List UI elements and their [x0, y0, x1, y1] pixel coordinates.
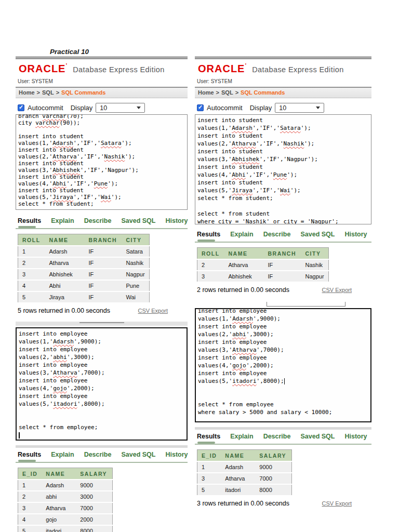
column-header: CITY: [301, 248, 329, 260]
page-title: Practical 10: [50, 48, 89, 56]
status-line: 2 rows returned in 0.00 seconds CSV Expo…: [197, 286, 371, 294]
tab-describe[interactable]: Describe: [263, 433, 291, 440]
chevron-down-icon: [137, 107, 141, 109]
tab-explain[interactable]: Explain: [230, 433, 253, 440]
trademark-icon: ’: [245, 63, 247, 69]
sql-editor[interactable]: branch varchar(70);city varchar(90));ins…: [16, 114, 188, 210]
misspelled-word: Satara: [280, 125, 301, 131]
code-line: insert into employee: [19, 345, 184, 353]
code-line: insert into student: [197, 163, 369, 171]
table-cell: 7000: [255, 473, 291, 484]
tab-saved-sql[interactable]: Saved SQL: [300, 433, 335, 440]
tab-explain[interactable]: Explain: [51, 217, 74, 224]
code-line: values(2,'abhi',3000);: [198, 330, 368, 338]
cropped-ui-fragment: [195, 427, 371, 430]
autocommit-checkbox[interactable]: [18, 104, 24, 111]
column-header: ROLL: [18, 234, 45, 246]
table-cell: IF: [85, 269, 122, 280]
column-header: NAME: [45, 234, 85, 246]
table-cell: Wai: [122, 291, 150, 303]
tab-history[interactable]: History: [165, 217, 188, 224]
table-cell: Satara: [122, 246, 150, 257]
tab-results[interactable]: Results: [18, 217, 41, 224]
tab-results[interactable]: Results: [197, 231, 220, 238]
tab-explain[interactable]: Explain: [51, 451, 74, 458]
tab-history[interactable]: History: [165, 451, 188, 458]
tab-describe[interactable]: Describe: [263, 231, 291, 238]
code-line: insert into student: [18, 160, 185, 167]
table-cell: 5: [18, 525, 42, 532]
table-cell: Jiraya: [45, 291, 85, 303]
column-header: CITY: [122, 234, 150, 246]
tab-history[interactable]: History: [344, 433, 367, 440]
code-line: [198, 393, 368, 401]
tab-saved-sql[interactable]: Saved SQL: [121, 217, 155, 224]
breadcrumb: Home>SQL>SQL Commands: [16, 87, 188, 98]
table-row: 2abhi3000: [18, 491, 113, 502]
result-tabs: ResultsExplainDescribeSaved SQLHistory: [16, 450, 188, 463]
tab-describe[interactable]: Describe: [84, 451, 112, 458]
table-row: 1AdarshIFSatara: [18, 246, 150, 257]
table-cell: 5: [18, 291, 45, 303]
csv-export-link[interactable]: CSV Export: [138, 308, 168, 314]
product-name: Database Express Edition: [73, 65, 164, 74]
code-line: values(4,'Abhi','IF','Pune');: [18, 180, 185, 187]
breadcrumb-sql-link[interactable]: SQL: [42, 89, 54, 96]
result-table: E_IDNAMESALARY1Adarsh90002abhi30003Athar…: [18, 468, 113, 532]
table-cell: Pune: [122, 280, 150, 291]
column-header: SALARY: [255, 450, 291, 462]
code-line: select * from student: [197, 210, 369, 218]
code-line: select * from student;: [197, 194, 369, 202]
tab-results[interactable]: Results: [197, 433, 220, 440]
breadcrumb: Home>SQL>SQL Commands: [195, 87, 371, 98]
column-header: NAME: [42, 468, 76, 480]
sql-editor[interactable]: insert into employeevalues(1,'Adarsh',90…: [195, 308, 371, 422]
code-line: city varchar(90));: [18, 119, 185, 126]
table-cell: 9000: [255, 461, 291, 473]
table-row: 3AbhishekIFNagpur: [197, 271, 329, 282]
result-tabs: ResultsExplainDescribeSaved SQLHistory: [16, 216, 188, 229]
table-cell: Atharva: [221, 473, 255, 484]
code-line: insert into student: [197, 148, 369, 155]
code-line: insert into employee: [198, 308, 368, 315]
sql-editor[interactable]: insert into studentvalues(1,'Adarsh','IF…: [195, 114, 371, 224]
tab-results[interactable]: Results: [18, 451, 41, 458]
tab-explain[interactable]: Explain: [230, 231, 253, 238]
column-header: NAME: [224, 248, 264, 260]
table-row: 1Adarsh9000: [18, 480, 113, 491]
csv-export-link[interactable]: CSV Export: [322, 287, 352, 293]
table-cell: Nashik: [301, 259, 329, 271]
user-label: User: SYSTEM: [18, 78, 188, 84]
tab-saved-sql[interactable]: Saved SQL: [121, 451, 155, 458]
table-cell: 3: [18, 502, 42, 514]
table-cell: 3000: [76, 491, 112, 502]
misspelled-word: varchar: [42, 114, 66, 119]
misspelled-word: Atharva: [53, 369, 77, 376]
display-select[interactable]: 10: [275, 103, 324, 113]
csv-export-link[interactable]: CSV Export: [322, 500, 352, 507]
apex-screenshot-left: ORACLE’ Database Express Edition User: S…: [16, 56, 188, 532]
tab-history[interactable]: History: [344, 231, 367, 238]
tab-saved-sql[interactable]: Saved SQL: [300, 231, 335, 238]
code-line: values(5,'itadori',8000);: [19, 400, 184, 408]
code-line: values(1,'Adarsh',9000);: [19, 338, 184, 345]
autocommit-checkbox[interactable]: [197, 104, 204, 111]
active-tab-indicator: [197, 240, 215, 242]
table-row: 5JirayaIFWai: [18, 291, 150, 303]
display-select[interactable]: 10: [96, 103, 145, 113]
tab-describe[interactable]: Describe: [84, 217, 112, 224]
breadcrumb-current: SQL Commands: [241, 89, 285, 96]
breadcrumb-sql-link[interactable]: SQL: [221, 89, 233, 96]
cropped-ui-fragment: [195, 302, 371, 307]
column-header: E_ID: [197, 450, 221, 462]
chevron-down-icon: [316, 107, 320, 109]
code-line: insert into student: [18, 133, 185, 140]
misspelled-word: abhi: [232, 331, 246, 338]
document-page: Practical 10 ORACLE’ Database Express Ed…: [0, 0, 399, 532]
table-row: 4AbhiIFPune: [18, 280, 150, 291]
misspelled-word: Abhi: [232, 171, 246, 178]
breadcrumb-home-link[interactable]: Home: [19, 89, 35, 96]
sql-editor[interactable]: insert into employeevalues(1,'Adarsh',90…: [16, 327, 188, 441]
active-tab-indicator: [18, 460, 36, 462]
breadcrumb-home-link[interactable]: Home: [198, 89, 214, 96]
